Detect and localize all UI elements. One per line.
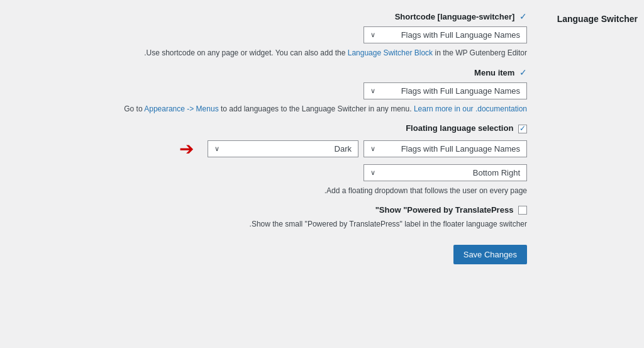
left-spacer <box>0 0 88 348</box>
shortcode-desc-prefix: .Use shortcode on any page or widget. Yo… <box>144 48 345 57</box>
shortcode-dropdown-value: Flags with Full Language Names <box>380 30 520 40</box>
menu-desc-middle: to add languages to the Language Switche… <box>221 104 412 113</box>
floating-checkbox[interactable] <box>518 125 527 133</box>
floating-description: .Add a floating dropdown that follows th… <box>88 186 527 195</box>
floating-dark-dropdown[interactable]: ∨ Dark <box>208 140 358 157</box>
shortcode-dropdown-row: ∨ Flags with Full Language Names <box>88 26 527 43</box>
shortcode-description: .Use shortcode on any page or widget. Yo… <box>88 48 527 57</box>
menu-header: Menu item ✓ <box>88 67 527 77</box>
menu-dropdown-arrow: ∨ <box>370 87 375 95</box>
page-wrapper: Shortcode [language-switcher] ✓ ∨ Flags … <box>0 0 644 348</box>
powered-section: "Show "Powered by TranslatePress .Show t… <box>88 205 527 229</box>
floating-dark-arrow: ∨ <box>214 145 219 153</box>
learn-more-link[interactable]: Learn more in our .documentation <box>414 104 527 113</box>
floating-flags-dropdown[interactable]: ∨ Flags with Full Language Names <box>364 140 527 157</box>
menu-desc-prefix: Go to <box>124 104 142 113</box>
save-changes-row: Save Changes <box>88 239 527 271</box>
menu-checkmark: ✓ <box>519 67 527 77</box>
right-sidebar: Language Switcher <box>537 0 644 348</box>
red-arrow-indicator: ➔ <box>179 138 194 159</box>
floating-position-row: ∨ Bottom Right <box>88 164 527 181</box>
floating-position-arrow: ∨ <box>370 169 375 177</box>
shortcode-section: Shortcode [language-switcher] ✓ ∨ Flags … <box>88 11 527 57</box>
menu-label: Menu item <box>474 68 514 77</box>
language-switcher-block-link[interactable]: Language Switcher Block <box>348 48 433 57</box>
powered-header: "Show "Powered by TranslatePress <box>88 205 527 215</box>
sidebar-title: Language Switcher <box>557 14 638 24</box>
shortcode-dropdown-arrow: ∨ <box>370 31 375 39</box>
menu-dropdown-value: Flags with Full Language Names <box>380 86 520 96</box>
shortcode-header: Shortcode [language-switcher] ✓ <box>88 11 527 21</box>
floating-section: Floating language selection ➔ ∨ Dark ∨ F… <box>88 123 527 195</box>
menu-dropdown[interactable]: ∨ Flags with Full Language Names <box>364 82 527 99</box>
floating-dark-value: Dark <box>225 144 352 154</box>
shortcode-label: Shortcode [language-switcher] <box>395 12 515 21</box>
floating-flags-arrow: ∨ <box>370 145 375 153</box>
menu-description: Go to Appearance -> Menus to add languag… <box>88 104 527 113</box>
shortcode-checkmark: ✓ <box>519 11 527 21</box>
powered-checkbox[interactable] <box>518 206 527 215</box>
powered-description: .Show the small "Powered by TranslatePre… <box>88 220 527 228</box>
floating-label: Floating language selection <box>406 123 513 133</box>
floating-flags-value: Flags with Full Language Names <box>380 144 520 154</box>
powered-label: "Show "Powered by TranslatePress <box>375 205 514 215</box>
floating-position-dropdown[interactable]: ∨ Bottom Right <box>364 164 527 181</box>
floating-header: Floating language selection <box>88 123 527 133</box>
appearance-menus-link[interactable]: Appearance -> Menus <box>144 104 218 113</box>
menu-section: Menu item ✓ ∨ Flags with Full Language N… <box>88 67 527 113</box>
menu-dropdown-row: ∨ Flags with Full Language Names <box>88 82 527 99</box>
center-content: Shortcode [language-switcher] ✓ ∨ Flags … <box>88 0 537 348</box>
floating-position-value: Bottom Right <box>380 168 520 177</box>
shortcode-dropdown[interactable]: ∨ Flags with Full Language Names <box>364 26 527 43</box>
floating-dropdowns-row: ➔ ∨ Dark ∨ Flags with Full Language Name… <box>88 138 527 159</box>
save-changes-button[interactable]: Save Changes <box>453 245 527 264</box>
shortcode-desc-suffix: in the WP Gutenberg Editor <box>435 48 527 57</box>
